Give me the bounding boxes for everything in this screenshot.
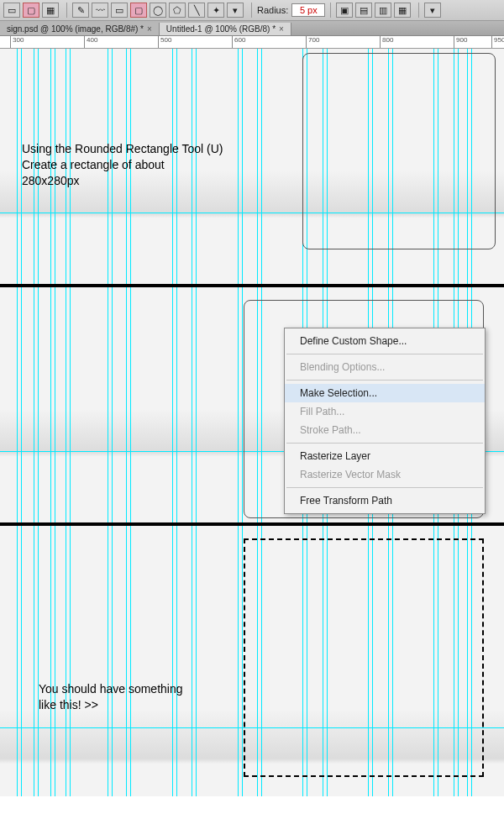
tab-untitled-1[interactable]: Untitled-1 @ 100% (RGB/8) * ×: [160, 23, 291, 35]
shape-options-dropdown-icon[interactable]: ▾: [227, 3, 244, 18]
context-menu: Define Custom Shape... Blending Options.…: [284, 328, 486, 514]
line-icon[interactable]: ╲: [188, 3, 205, 18]
pathop-subtract-icon[interactable]: ▤: [355, 3, 372, 18]
tutorial-step-1: Using the Rounded Rectangle Tool (U) Cre…: [0, 49, 504, 284]
separator: [330, 3, 331, 18]
tab-sign-psd[interactable]: sign.psd @ 100% (image, RGB/8#) * ×: [0, 23, 160, 35]
menu-free-transform-path[interactable]: Free Transform Path: [285, 491, 485, 510]
menu-blending-options: Blending Options...: [285, 358, 485, 376]
tutorial-step-2: Define Custom Shape... Blending Options.…: [0, 287, 504, 522]
menu-separator: [286, 443, 483, 444]
styles-dropdown-icon[interactable]: ▾: [424, 3, 441, 18]
radius-input[interactable]: [291, 3, 325, 17]
ellipse-icon[interactable]: ◯: [150, 3, 166, 18]
menu-rasterize-vector-mask: Rasterize Vector Mask: [285, 465, 485, 484]
ruler-tick: 400: [84, 36, 97, 49]
instruction-text: Using the Rounded Rectangle Tool (U) Cre…: [22, 141, 223, 189]
pathop-exclude-icon[interactable]: ▦: [394, 3, 411, 18]
tutorial-step-3: You should have something like this! >>: [0, 526, 504, 796]
separator: [418, 3, 419, 18]
ruler-tick: 300: [10, 36, 24, 49]
options-bar: ▭ ▢ ▦ ✎ 〰 ▭ ▢ ◯ ⬠ ╲ ✦ ▾ Radius: ▣ ▤ ▥ ▦ …: [0, 0, 504, 21]
rounded-rectangle-path[interactable]: [302, 53, 496, 249]
paths-icon[interactable]: ▢: [23, 3, 39, 18]
close-icon[interactable]: ×: [147, 24, 152, 34]
radius-label: Radius:: [257, 5, 288, 15]
fill-pixels-icon[interactable]: ▦: [42, 3, 59, 18]
ruler-tick: 700: [306, 36, 319, 49]
document-tabs: sign.psd @ 100% (image, RGB/8#) * × Unti…: [0, 21, 504, 36]
ruler-tick: 600: [232, 36, 245, 49]
ruler-tick: 900: [454, 36, 467, 49]
menu-separator: [286, 487, 483, 488]
menu-separator: [286, 380, 483, 381]
pathop-intersect-icon[interactable]: ▥: [375, 3, 391, 18]
menu-make-selection[interactable]: Make Selection...: [285, 384, 485, 402]
polygon-icon[interactable]: ⬠: [169, 3, 186, 18]
instruction-line: 280x280px: [22, 173, 223, 189]
instruction-line: Create a rectangle of about: [22, 157, 223, 173]
instruction-line: Using the Rounded Rectangle Tool (U): [22, 141, 223, 157]
menu-define-custom-shape[interactable]: Define Custom Shape...: [285, 332, 485, 350]
rect-icon[interactable]: ▭: [111, 3, 128, 18]
tab-label: Untitled-1 @ 100% (RGB/8) *: [166, 24, 276, 34]
menu-separator: [286, 354, 483, 354]
ruler-tick: 500: [158, 36, 171, 49]
pathop-add-icon[interactable]: ▣: [336, 3, 353, 18]
freeform-pen-icon[interactable]: 〰: [92, 3, 108, 18]
separator: [66, 3, 67, 18]
instruction-line: You should have something: [39, 681, 183, 697]
marching-ants-selection[interactable]: [244, 538, 484, 777]
separator: [251, 3, 252, 18]
instruction-text: You should have something like this! >>: [39, 681, 183, 713]
close-icon[interactable]: ×: [279, 24, 284, 34]
rounded-rect-icon[interactable]: ▢: [130, 3, 147, 18]
custom-shape-icon[interactable]: ✦: [207, 3, 224, 18]
tab-label: sign.psd @ 100% (image, RGB/8#) *: [7, 24, 144, 34]
menu-fill-path: Fill Path...: [285, 402, 485, 421]
horizontal-ruler[interactable]: 300 400 500 600 700 800 900 950: [0, 36, 504, 49]
ruler-tick: 800: [380, 36, 393, 49]
instruction-line: like this! >>: [39, 697, 183, 713]
shape-layers-icon[interactable]: ▭: [3, 3, 20, 18]
pen-icon[interactable]: ✎: [72, 3, 89, 18]
menu-stroke-path: Stroke Path...: [285, 421, 485, 439]
menu-rasterize-layer[interactable]: Rasterize Layer: [285, 447, 485, 465]
ruler-tick: 950: [491, 36, 504, 49]
